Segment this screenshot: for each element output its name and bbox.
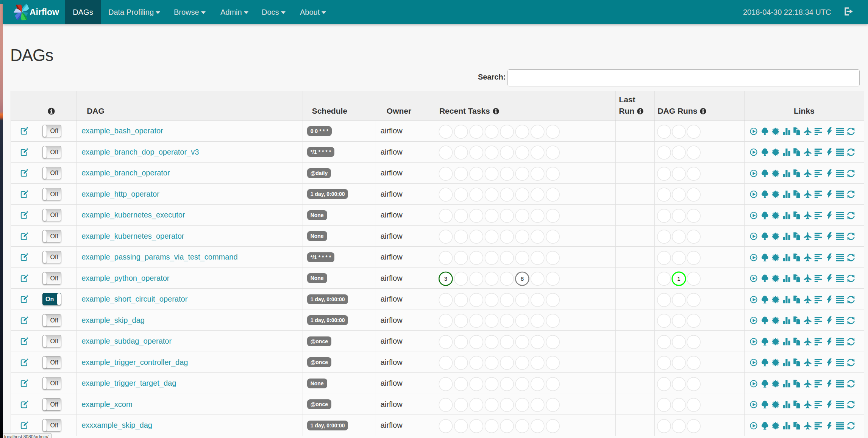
svg-text:8: 8 — [521, 275, 524, 282]
svg-text:3: 3 — [444, 275, 447, 282]
svg-text:1: 1 — [678, 275, 681, 282]
